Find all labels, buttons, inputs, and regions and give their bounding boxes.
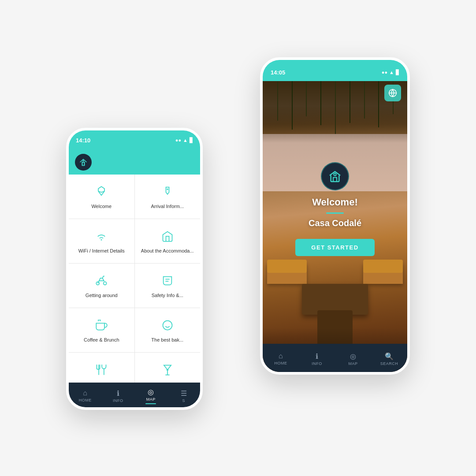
info-nav-front-icon: ℹ: [316, 352, 319, 361]
nav-map-back[interactable]: ◎ MAP: [134, 386, 167, 404]
scene: 14:10 ●● ▲ ▊: [40, 40, 436, 436]
app-logo-front: [321, 162, 349, 190]
status-bar-back: 14:10 ●● ▲ ▊: [69, 130, 200, 150]
cocktail-icon: [161, 364, 174, 378]
nav-info-front[interactable]: ℹ INFO: [299, 350, 335, 366]
smile-icon: [161, 319, 174, 333]
grid-item-restaurants[interactable]: Restaurants: [69, 353, 134, 383]
svg-point-5: [104, 282, 107, 285]
nav-info-label: INFO: [113, 398, 123, 403]
info-nav-icon: ℹ: [117, 389, 120, 398]
best-bak-label: The best bak...: [151, 337, 183, 343]
home-nav-front-icon: ⌂: [279, 352, 283, 360]
menu-grid: Welcome Arrival Inform...: [69, 175, 200, 383]
bottom-nav-back: ⌂ HOME ℹ INFO ◎ MAP ☰ S: [69, 383, 200, 407]
time-front: 14:05: [271, 69, 285, 76]
app-logo-back: [75, 154, 92, 171]
about-icon: [161, 230, 174, 244]
nav-home-back[interactable]: ⌂ HOME: [69, 387, 102, 402]
bike-icon: [95, 275, 108, 289]
map-nav-icon: ◎: [148, 388, 154, 396]
nav-map-front-label: MAP: [348, 361, 357, 366]
divider: [326, 212, 344, 214]
grid-item-arrival[interactable]: Arrival Inform...: [135, 175, 201, 219]
fork-knife-icon: [95, 364, 108, 378]
safety-label: Safety Info &...: [152, 292, 183, 298]
time-back: 14:10: [76, 137, 90, 144]
nav-search-front[interactable]: 🔍 SEARCH: [371, 350, 407, 366]
wifi-icon: [95, 230, 108, 244]
welcome-label: Welcome: [91, 203, 112, 209]
nav-info-back[interactable]: ℹ INFO: [102, 387, 135, 403]
app-header-back: [69, 150, 200, 175]
status-icons-front: ●● ▲ ▊: [382, 70, 399, 75]
get-started-button[interactable]: GET STARTED: [295, 239, 374, 256]
phone-front: 14:05 ●● ▲ ▊: [260, 57, 410, 375]
nav-home-front-label: HOME: [275, 361, 287, 365]
coffee-icon: [95, 319, 108, 333]
nav-s-back[interactable]: ☰ S: [167, 387, 201, 403]
welcome-heading: Welcome!: [312, 197, 358, 208]
svg-point-2: [167, 188, 168, 190]
grid-item-wifi[interactable]: WiFi / Internet Details: [69, 219, 134, 263]
nav-search-front-label: SEARCH: [380, 361, 398, 366]
grid-item-best-bak[interactable]: The best bak...: [135, 308, 201, 352]
svg-rect-17: [333, 177, 337, 181]
arrival-label: Arrival Inform...: [151, 203, 184, 209]
status-bar-front: 14:05 ●● ▲ ▊: [263, 60, 407, 81]
svg-point-11: [163, 320, 172, 330]
hero-overlay-content: Welcome! Casa Codalé GET STARTED: [263, 81, 407, 372]
grid-item-coffee[interactable]: Coffee & Brunch: [69, 308, 134, 352]
coffee-label: Coffee & Brunch: [84, 337, 119, 343]
grid-item-getting-around[interactable]: Getting around: [69, 264, 134, 308]
grid-item-about[interactable]: About the Accommoda...: [135, 219, 201, 263]
map-nav-front-icon: ◎: [350, 352, 357, 361]
arrival-icon: [161, 186, 174, 200]
nav-home-label: HOME: [79, 398, 92, 402]
bottom-nav-front: ⌂ HOME ℹ INFO ◎ MAP 🔍 SEARCH: [263, 344, 407, 372]
grid-item-welcome[interactable]: Welcome: [69, 175, 134, 219]
nav-home-front[interactable]: ⌂ HOME: [263, 350, 299, 365]
svg-rect-0: [82, 162, 85, 166]
s-nav-icon: ☰: [181, 389, 187, 398]
grid-item-safety[interactable]: Safety Info &...: [135, 264, 201, 308]
getting-around-label: Getting around: [86, 292, 118, 298]
nav-s-label: S: [182, 398, 185, 403]
grid-item-great-bar[interactable]: Great ba...: [135, 353, 201, 383]
welcome-icon: [95, 186, 108, 200]
hero-image: Welcome! Casa Codalé GET STARTED: [263, 81, 407, 372]
nav-map-front[interactable]: ◎ MAP: [335, 350, 371, 366]
active-underline: [145, 403, 156, 404]
globe-button[interactable]: [384, 85, 401, 101]
svg-point-18: [334, 173, 336, 175]
phone-back: 14:10 ●● ▲ ▊: [66, 128, 203, 410]
svg-point-1: [82, 160, 84, 161]
home-nav-icon: ⌂: [83, 389, 87, 397]
safety-icon: [161, 275, 174, 289]
svg-point-3: [101, 239, 102, 241]
nav-info-front-label: INFO: [312, 361, 322, 366]
property-name: Casa Codalé: [309, 218, 361, 228]
nav-map-label: MAP: [146, 397, 156, 402]
about-label: About the Accommoda...: [141, 248, 194, 254]
wifi-label: WiFi / Internet Details: [78, 248, 125, 254]
search-nav-front-icon: 🔍: [385, 352, 394, 361]
